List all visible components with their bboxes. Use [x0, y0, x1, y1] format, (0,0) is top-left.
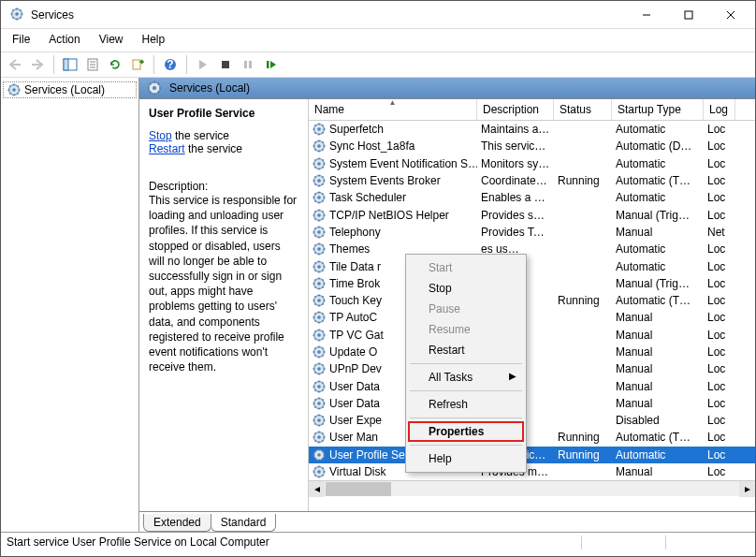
- stop-link[interactable]: Stop: [149, 129, 172, 142]
- gear-icon: [313, 174, 326, 187]
- restart-link[interactable]: Restart: [149, 142, 185, 155]
- show-hide-button[interactable]: [60, 54, 80, 75]
- start-service-button[interactable]: [193, 54, 213, 75]
- horizontal-scrollbar[interactable]: ◂ ▸: [309, 480, 755, 496]
- table-row[interactable]: User Dataes sto…ManualLoc: [309, 395, 755, 412]
- ctx-start: Start: [408, 257, 524, 278]
- table-row[interactable]: Touch Keys Tou…RunningAutomatic (T…Loc: [309, 292, 755, 309]
- export-button[interactable]: [127, 54, 148, 75]
- list-header-label: Services (Local): [169, 81, 250, 95]
- table-row[interactable]: UPnP DevUPn…ManualLoc: [309, 360, 755, 377]
- scroll-left-icon[interactable]: ◂: [309, 481, 325, 497]
- table-row[interactable]: System Events BrokerCoordinates…RunningA…: [309, 172, 755, 189]
- menu-view[interactable]: View: [97, 31, 125, 48]
- col-name[interactable]: Name▲: [309, 99, 477, 120]
- table-row[interactable]: Themeses us…AutomaticLoc: [309, 241, 755, 257]
- table-row[interactable]: System Event Notification S…Monitors sy……: [309, 155, 755, 172]
- gear-icon: [313, 414, 326, 427]
- statusbar: Start service User Profile Service on Lo…: [1, 532, 755, 552]
- properties-button[interactable]: [82, 54, 103, 75]
- forward-button[interactable]: [27, 54, 48, 75]
- gear-icon: [313, 345, 326, 359]
- ctx-refresh[interactable]: Refresh: [408, 394, 524, 415]
- scroll-right-icon[interactable]: ▸: [739, 481, 755, 497]
- window-title: Services: [31, 8, 625, 22]
- menu-action[interactable]: Action: [47, 31, 81, 48]
- stop-service-button[interactable]: [215, 54, 236, 75]
- gear-icon: [313, 260, 326, 273]
- gear-icon: [313, 362, 326, 375]
- tab-standard[interactable]: Standard: [211, 514, 277, 532]
- toolbar: ?: [1, 51, 755, 78]
- gear-icon: [313, 157, 326, 170]
- grid-body[interactable]: SuperfetchMaintains a…AutomaticLocSync H…: [309, 121, 755, 480]
- tree-root-label: Services (Local): [24, 83, 105, 96]
- services-grid: Name▲ Description Status Startup Type Lo…: [308, 99, 755, 511]
- context-menu: Start Stop Pause Resume Restart All Task…: [405, 254, 527, 473]
- close-button[interactable]: [709, 2, 751, 28]
- scroll-thumb[interactable]: [326, 482, 391, 496]
- ctx-all-tasks[interactable]: All Tasks▶: [408, 367, 524, 388]
- tree-root-services[interactable]: Services (Local): [3, 81, 137, 98]
- help-button[interactable]: ?: [160, 54, 181, 75]
- menubar: File Action View Help: [1, 29, 755, 51]
- pause-service-button[interactable]: [238, 54, 258, 75]
- ctx-help[interactable]: Help: [408, 448, 524, 469]
- table-row[interactable]: User Expees su…DisabledLoc: [309, 412, 755, 429]
- gear-icon: [313, 448, 326, 462]
- table-row[interactable]: SuperfetchMaintains a…AutomaticLoc: [309, 121, 755, 138]
- svg-rect-27: [249, 61, 252, 68]
- svg-rect-28: [267, 61, 269, 68]
- gear-icon: [313, 380, 326, 393]
- maximize-button[interactable]: [667, 2, 709, 28]
- content-pane: Services (Local) Services (Local) User P…: [1, 78, 755, 532]
- col-logon[interactable]: Log: [704, 99, 735, 120]
- back-button[interactable]: [5, 54, 25, 75]
- table-row[interactable]: Virtual DiskProvides m…ManualLoc: [309, 463, 755, 480]
- col-status[interactable]: Status: [554, 99, 612, 120]
- gear-icon: [313, 311, 326, 324]
- ctx-properties[interactable]: Properties: [408, 421, 524, 442]
- table-row[interactable]: User Dataes ap…ManualLoc: [309, 377, 755, 394]
- refresh-button[interactable]: [105, 54, 125, 75]
- table-row[interactable]: Tile Data rrver f…AutomaticLoc: [309, 257, 755, 274]
- action-suffix: the service: [172, 129, 229, 142]
- table-row[interactable]: User Profile ServiceThis service …Runnin…: [309, 447, 755, 463]
- tab-extended[interactable]: Extended: [143, 514, 211, 532]
- ctx-stop[interactable]: Stop: [408, 278, 524, 299]
- table-row[interactable]: Sync Host_1a8faThis service …Automatic (…: [309, 138, 755, 154]
- gear-icon: [313, 277, 326, 290]
- table-row[interactable]: TP AutoCint .p…ManualLoc: [309, 309, 755, 326]
- table-row[interactable]: Time Broks exe…Manual (Trig…Loc: [309, 275, 755, 292]
- table-row[interactable]: Task SchedulerEnables a us…AutomaticLoc: [309, 189, 755, 206]
- gear-icon: [313, 139, 326, 153]
- table-row[interactable]: TCP/IP NetBIOS HelperProvides su…Manual …: [309, 206, 755, 223]
- menu-file[interactable]: File: [10, 31, 32, 48]
- ctx-restart[interactable]: Restart: [408, 340, 524, 360]
- submenu-arrow-icon: ▶: [509, 371, 516, 381]
- svg-text:?: ?: [167, 58, 173, 71]
- menu-help[interactable]: Help: [140, 31, 167, 48]
- gear-icon: [147, 81, 162, 95]
- col-startup[interactable]: Startup Type: [612, 99, 704, 120]
- svg-rect-11: [685, 11, 692, 19]
- col-description[interactable]: Description: [477, 99, 554, 120]
- gear-icon: [313, 397, 326, 410]
- detail-pane: User Profile Service Stop the service Re…: [139, 99, 308, 511]
- restart-service-button[interactable]: [260, 54, 281, 75]
- list-header: Services (Local): [139, 78, 755, 99]
- gear-icon: [313, 191, 326, 204]
- view-tabs: Extended Standard: [139, 511, 755, 532]
- app-gear-icon: [10, 7, 25, 22]
- gear-icon: [7, 83, 21, 96]
- selected-service-title: User Profile Service: [149, 107, 298, 120]
- svg-rect-17: [64, 59, 68, 70]
- table-row[interactable]: Update Oes W…ManualLoc: [309, 344, 755, 360]
- minimize-button[interactable]: [625, 2, 667, 28]
- action-suffix: the service: [185, 142, 242, 155]
- table-row[interactable]: User Mananag…RunningAutomatic (T…Loc: [309, 429, 755, 446]
- table-row[interactable]: TelephonyProvides Tel…ManualNet: [309, 224, 755, 241]
- gear-icon: [313, 431, 326, 444]
- table-row[interactable]: TP VC Gatint c…ManualLoc: [309, 327, 755, 344]
- description-label: Description:: [149, 180, 298, 193]
